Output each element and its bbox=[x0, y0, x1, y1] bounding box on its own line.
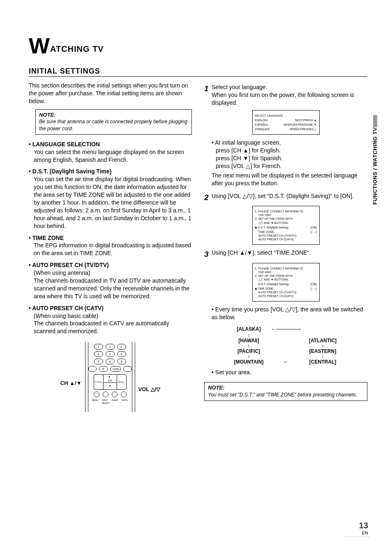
screen-dst: 1. PLEASE CONNECT ANTENNA TO THE UNIT. 2… bbox=[252, 206, 320, 245]
item-catv: • AUTO PRESET CH (CATV) (When using basi… bbox=[29, 304, 192, 336]
item-text: You can set the air time display for dig… bbox=[34, 175, 192, 230]
intro-text: This section describes the initial setti… bbox=[29, 82, 192, 105]
screen-timezone: 1. PLEASE CONNECT ANTENNA TO THE UNIT. 2… bbox=[252, 263, 320, 302]
timezone-cycle: [ALASKA] ←────── ↕ [HAWAII] [ATLANTIC] ↕… bbox=[228, 325, 344, 365]
chapter-initial: W bbox=[29, 33, 50, 58]
arrow-icon: ↕ bbox=[228, 333, 270, 337]
step1-line2: When you first turn on the power, the fo… bbox=[212, 91, 367, 107]
step-number: 3 bbox=[204, 249, 212, 260]
arrow-icon: ↕ bbox=[228, 344, 270, 348]
lang-instr-4: The next menu will be displayed in the s… bbox=[212, 172, 367, 187]
section-title: INITIAL SETTINGS bbox=[29, 67, 367, 77]
arrow-icon: ↔ bbox=[284, 359, 288, 365]
item-dst: • D.S.T. (Daylight Saving Time) You can … bbox=[29, 168, 192, 230]
page-lang: EN bbox=[362, 530, 368, 535]
arrow-icon: ↕ bbox=[302, 344, 344, 348]
lang-instr-0: • At initial language screen, bbox=[212, 139, 367, 147]
screen-language: SELECT LANGUAGE ENGLISHNEXT:PRESS ▲ ESPA… bbox=[252, 110, 320, 135]
lang-instr-1: press [CH ▲] for English. bbox=[216, 147, 367, 154]
item-title: • TIME ZONE bbox=[29, 235, 64, 241]
item-language: • LANGUAGE SELECTION You can select the … bbox=[29, 140, 192, 164]
side-tab: FUNCTIONS / WATCHING TV bbox=[369, 127, 377, 218]
side-tab-text: FUNCTIONS / WATCHING TV bbox=[372, 127, 378, 218]
step-2: 2 Using [VOL △/▽], set "D.S.T. (Daylight… bbox=[204, 192, 367, 203]
step-3: 3 Using [CH ▲/▼], select "TIME ZONE". bbox=[204, 249, 367, 260]
item-title: • LANGUAGE SELECTION bbox=[29, 141, 100, 147]
item-title: • AUTO PRESET CH (CATV) bbox=[29, 305, 104, 311]
item-title: • AUTO PRESET CH (TV/DTV) bbox=[29, 262, 109, 268]
item-title: • D.S.T. (Daylight Saving Time) bbox=[29, 168, 111, 175]
chapter-rest: ATCHING TV bbox=[50, 44, 104, 53]
item-tvdtv: • AUTO PRESET CH (TV/DTV) (When using an… bbox=[29, 261, 192, 300]
right-column: 1 Select your language. When you first t… bbox=[204, 82, 367, 414]
note-label: NOTE: bbox=[39, 111, 188, 119]
page-number: 13 EN bbox=[359, 521, 368, 535]
step3-text: Using [CH ▲/▼], select "TIME ZONE". bbox=[212, 249, 367, 260]
remote-diagram: CH ▲/▼ 123 456 789 0+100 ▽VOL ▲CH ▼ bbox=[29, 340, 192, 414]
item-sub: (When using antenna) bbox=[34, 269, 192, 277]
step1-line1: Select your language. bbox=[212, 83, 367, 91]
set-area: • Set your area. bbox=[212, 368, 367, 376]
arrow-icon: ↕ bbox=[302, 355, 344, 359]
item-text: The EPG information in digital broadcast… bbox=[34, 242, 192, 257]
remote-label-vol: VOL △/▽ bbox=[138, 386, 161, 393]
item-text: The channels broadcasted in TV and DTV a… bbox=[34, 277, 192, 300]
item-timezone: • TIME ZONE The EPG information in digit… bbox=[29, 234, 192, 258]
page-underline bbox=[345, 537, 369, 537]
lang-instr-3: press [VOL △] for French. bbox=[216, 162, 367, 170]
tz-central: [CENTRAL] bbox=[302, 359, 344, 365]
lang-instructions: • At initial language screen, press [CH … bbox=[212, 139, 367, 187]
remote-label-ch: CH ▲/▼ bbox=[60, 380, 82, 387]
arrow-icon: ←────── bbox=[271, 325, 301, 333]
tz-mountain: [MOUNTAIN] bbox=[228, 359, 270, 365]
step2-text: Using [VOL △/▽], set "D.S.T. (Daylight S… bbox=[212, 192, 367, 203]
remote-icon: 123 456 789 0+100 ▽VOL ▲CH ▼ VOL△ bbox=[85, 342, 135, 412]
left-column: This section describes the initial setti… bbox=[29, 82, 192, 414]
note-text: Be sure that antenna or cable is connect… bbox=[39, 118, 188, 131]
every-press: • Every time you press [VOL △/▽], the ar… bbox=[212, 306, 367, 321]
lang-instr-2: press [CH ▼] for Spanish. bbox=[216, 154, 367, 162]
screen-title: SELECT LANGUAGE bbox=[255, 114, 317, 117]
item-text: The channels broadcasted in CATV are aut… bbox=[34, 320, 192, 335]
note-box-1: NOTE: Be sure that antenna or cable is c… bbox=[35, 109, 192, 135]
note-text: You must set "D.S.T." and "TIME ZONE" be… bbox=[208, 391, 364, 398]
note-box-2: NOTE: You must set "D.S.T." and "TIME ZO… bbox=[204, 382, 367, 401]
tz-alaska: [ALASKA] bbox=[228, 326, 270, 332]
side-tab-bar bbox=[373, 115, 377, 127]
step-number: 1 bbox=[204, 83, 212, 107]
page-number-value: 13 bbox=[359, 521, 368, 530]
note-label: NOTE: bbox=[208, 384, 364, 391]
item-text: You can select the menu language display… bbox=[34, 148, 192, 164]
step-number: 2 bbox=[204, 192, 212, 203]
item-sub: (When using basic cable) bbox=[34, 312, 192, 320]
step-1: 1 Select your language. When you first t… bbox=[204, 83, 367, 107]
arrow-icon: ↕ bbox=[228, 355, 270, 359]
chapter-title: WATCHING TV bbox=[29, 37, 367, 55]
